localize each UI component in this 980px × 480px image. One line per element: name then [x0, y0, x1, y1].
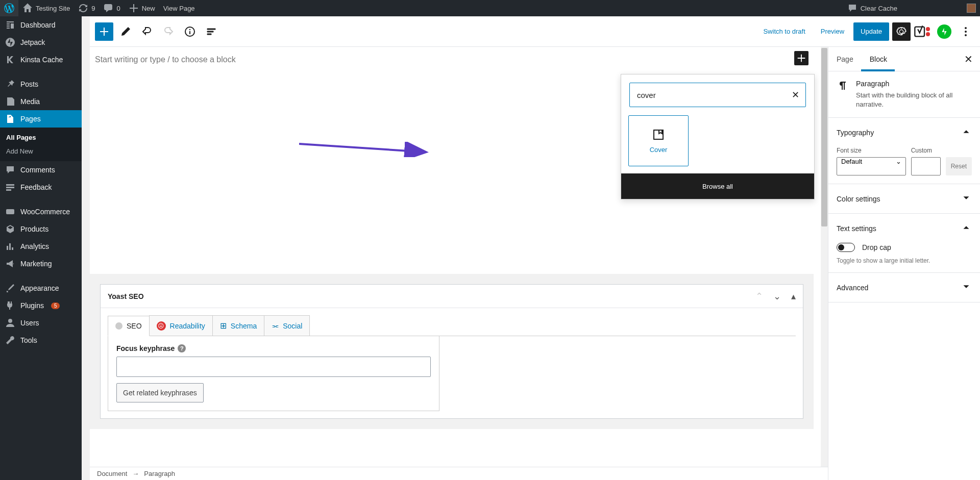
undo-button[interactable] [138, 22, 156, 41]
svg-line-10 [299, 144, 425, 152]
editor-canvas[interactable]: Start writing or type / to choose a bloc… [90, 47, 821, 274]
profile[interactable] [963, 0, 980, 16]
sidebar-item-products[interactable]: Products [0, 220, 82, 238]
browse-all-button[interactable]: Browse all [621, 173, 814, 199]
refresh-icon [78, 3, 88, 13]
jetpack-button[interactable] [935, 22, 953, 41]
yoast-metabox: Yoast SEO ⌃ ⌄ ▴ SEO ☹Readability ⊞Schema [100, 284, 803, 419]
comments-bar[interactable]: 0 [99, 0, 124, 16]
sidebar-item-tools[interactable]: Tools [0, 332, 82, 349]
plugins-badge: 5 [51, 302, 60, 309]
sidebar-item-media[interactable]: Media [0, 93, 82, 110]
submenu-add-new[interactable]: Add New [0, 144, 82, 158]
kinsta-icon [5, 55, 15, 65]
new-content[interactable]: New [125, 0, 159, 16]
clear-search-button[interactable]: ✕ [792, 89, 799, 100]
sidebar-item-plugins[interactable]: Plugins5 [0, 297, 82, 314]
wordpress-icon [4, 3, 14, 13]
drop-cap-toggle[interactable] [837, 243, 855, 252]
clear-cache[interactable]: Clear Cache [843, 0, 901, 16]
sidebar-item-jetpack[interactable]: Jetpack [0, 34, 82, 51]
yoast-toggle-panel[interactable]: ▴ [791, 291, 796, 302]
inline-add-block-button[interactable] [794, 51, 808, 65]
sidebar-item-marketing[interactable]: Marketing [0, 255, 82, 272]
plus-icon [129, 3, 139, 13]
search-bar[interactable] [901, 0, 963, 16]
sidebar-item-analytics[interactable]: Analytics [0, 238, 82, 255]
color-settings-header[interactable]: Color settings [828, 184, 980, 213]
submenu-all-pages[interactable]: All Pages [0, 131, 82, 144]
block-inserter-popover: ✕ Cover Browse all [621, 74, 815, 199]
block-cover-label: Cover [650, 146, 668, 154]
editor-canvas-wrap: Start writing or type / to choose a bloc… [90, 47, 828, 467]
get-related-keyphrases-button[interactable]: Get related keyphrases [116, 383, 204, 402]
tab-readability[interactable]: ☹Readability [149, 315, 213, 336]
advanced-header[interactable]: Advanced [828, 273, 980, 302]
comments-count: 0 [116, 5, 120, 12]
yoast-move-down[interactable]: ⌄ [773, 291, 781, 302]
block-search-input[interactable] [636, 90, 792, 100]
tab-seo[interactable]: SEO [108, 316, 150, 336]
font-size-select[interactable]: Default⌄ [837, 157, 906, 175]
list-view-button[interactable] [202, 22, 220, 41]
woocommerce-icon [5, 207, 15, 217]
seo-status-dot [115, 322, 122, 330]
sidebar-item-woocommerce[interactable]: WooCommerce [0, 203, 82, 220]
custom-font-size-input[interactable] [911, 157, 941, 175]
add-block-button[interactable] [95, 22, 113, 41]
breadcrumb-paragraph[interactable]: Paragraph [144, 470, 175, 477]
switch-to-draft-button[interactable]: Switch to draft [757, 28, 811, 35]
yoast-title: Yoast SEO [108, 292, 144, 300]
block-cover-option[interactable]: Cover [628, 115, 689, 166]
updates-count: 9 [91, 5, 95, 12]
svg-point-4 [189, 29, 190, 30]
edit-mode-button[interactable] [116, 22, 135, 41]
info-button[interactable] [181, 22, 199, 41]
annotation-arrow [299, 142, 432, 157]
yoast-move-up[interactable]: ⌃ [755, 291, 763, 302]
sad-face-icon: ☹ [157, 321, 166, 331]
cover-icon [652, 129, 665, 141]
inspector-tab-block[interactable]: Block [862, 47, 895, 71]
site-name: Testing Site [36, 5, 70, 12]
view-page[interactable]: View Page [159, 0, 199, 16]
media-icon [5, 96, 15, 107]
breadcrumb-sep: → [132, 470, 139, 477]
sidebar-item-kinsta[interactable]: Kinsta Cache [0, 51, 82, 68]
share-icon: ⫘ [272, 322, 279, 330]
block-search: ✕ [629, 83, 806, 107]
sidebar-item-dashboard[interactable]: Dashboard [0, 16, 82, 34]
more-menu-button[interactable] [957, 22, 975, 41]
close-inspector-button[interactable]: ✕ [957, 47, 980, 71]
list-view-icon [205, 26, 217, 38]
plus-icon [796, 53, 807, 64]
breadcrumb-document[interactable]: Document [97, 470, 127, 477]
pages-icon [5, 114, 15, 124]
yoast-button[interactable] [914, 22, 932, 41]
chat-icon [5, 165, 15, 175]
text-settings-header[interactable]: Text settings [828, 214, 980, 243]
sidebar-item-users[interactable]: Users [0, 314, 82, 332]
reset-button[interactable]: Reset [946, 157, 972, 175]
focus-keyphrase-input[interactable] [116, 357, 431, 377]
settings-button[interactable] [892, 22, 911, 41]
sidebar-item-feedback[interactable]: Feedback [0, 179, 82, 196]
site-home[interactable]: Testing Site [18, 0, 74, 16]
updates[interactable]: 9 [74, 0, 99, 16]
typography-header[interactable]: Typography [828, 118, 980, 147]
inspector-tab-page[interactable]: Page [828, 47, 862, 71]
pin-icon [5, 79, 15, 89]
preview-button[interactable]: Preview [815, 28, 850, 35]
sidebar-item-posts[interactable]: Posts [0, 75, 82, 93]
scrollbar-thumb[interactable] [821, 48, 827, 226]
wp-logo[interactable] [0, 0, 18, 16]
tab-schema[interactable]: ⊞Schema [212, 315, 264, 336]
help-icon[interactable]: ? [178, 344, 186, 352]
update-button[interactable]: Update [853, 22, 889, 41]
sidebar-item-appearance[interactable]: Appearance [0, 280, 82, 297]
sidebar-item-comments[interactable]: Comments [0, 161, 82, 179]
sidebar-item-pages[interactable]: Pages [0, 110, 82, 128]
canvas-scrollbar[interactable] [821, 47, 828, 467]
tab-social[interactable]: ⫘Social [264, 315, 310, 336]
redo-button[interactable] [159, 22, 178, 41]
